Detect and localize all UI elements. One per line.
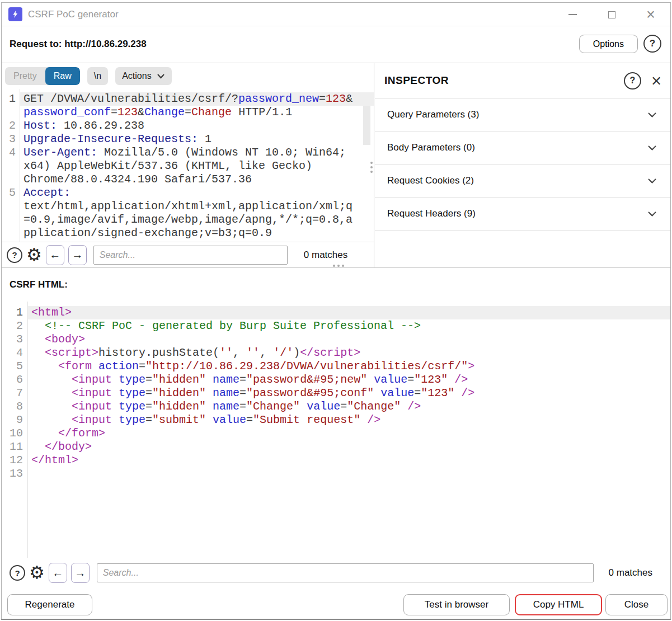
line-number: 8 [2, 400, 27, 413]
code-text: <!-- CSRF PoC - generated by Burp Suite … [27, 319, 670, 333]
request-to-label: Request to: http://10.86.29.238 [10, 39, 147, 50]
search-settings-gear-icon[interactable]: ⚙ [29, 565, 45, 581]
search-help-icon[interactable]: ? [7, 247, 22, 263]
line-number: 3 [2, 333, 27, 346]
code-row: text/html,application/xhtml+xml,applicat… [2, 200, 374, 213]
code-row: password_conf=123&Change=Change HTTP/1.1 [2, 106, 374, 119]
code-row: 12</html> [2, 454, 670, 467]
code-text: Host: 10.86.29.238 [20, 119, 374, 133]
maximize-button[interactable] [592, 3, 631, 26]
minimize-button[interactable] [553, 3, 592, 26]
inspector-section-request-cookies[interactable]: Request Cookies (2) [375, 164, 670, 197]
line-number: 10 [2, 427, 27, 440]
line-number [2, 213, 20, 227]
csrf-html-label: CSRF HTML: [10, 268, 68, 302]
code-row: 10 </form> [2, 427, 670, 440]
code-row: 2Host: 10.86.29.238 [2, 119, 374, 133]
burp-lightning-icon [8, 7, 22, 21]
code-row: 9 <input type="submit" value="Submit req… [2, 413, 670, 427]
csrf-poc-generator-dialog: CSRF PoC generator × Request to: http://… [1, 2, 671, 620]
code-text: Upgrade-Insecure-Requests: 1 [20, 133, 374, 146]
request-search-input[interactable] [93, 246, 288, 265]
vertical-splitter-handle[interactable] [370, 162, 373, 173]
test-in-browser-button[interactable]: Test in browser [403, 594, 510, 615]
tab-raw[interactable]: Raw [45, 67, 80, 85]
code-text: <form action="http://10.86.29.238/DVWA/v… [27, 360, 670, 373]
request-editor-pane: Pretty Raw \n Actions 1GET /DVWA/vulnera… [2, 63, 374, 267]
code-row: x64) AppleWebKit/537.36 (KHTML, like Gec… [2, 159, 374, 173]
request-search-bar: ? ⚙ ← → 0 matches [2, 242, 374, 267]
code-row: 5 <form action="http://10.86.29.238/DVWA… [2, 360, 670, 373]
code-text: Chrome/88.0.4324.190 Safari/537.36 [20, 173, 374, 186]
line-number: 6 [2, 373, 27, 387]
code-text: </form> [27, 427, 670, 440]
search-next-button[interactable]: → [68, 245, 87, 265]
line-number: 13 [2, 467, 27, 481]
code-text: password_conf=123&Change=Change HTTP/1.1 [20, 106, 374, 119]
horizontal-splitter-handle[interactable] [333, 265, 344, 267]
pretty-raw-segment: Pretty Raw [5, 67, 80, 85]
csrf-html-code-editor[interactable]: 1<html>2 <!-- CSRF PoC - generated by Bu… [2, 302, 670, 558]
html-search-input[interactable] [97, 563, 594, 582]
inspector-title: INSPECTOR [384, 74, 449, 87]
inspector-close-icon[interactable]: × [651, 72, 661, 90]
window-controls: × [553, 3, 670, 26]
footer-bar: Regenerate Test in browser Copy HTML Clo… [2, 588, 670, 619]
section-label: Body Parameters (0) [387, 142, 475, 153]
line-number: 9 [2, 413, 27, 427]
inspector-section-request-headers[interactable]: Request Headers (9) [375, 197, 670, 230]
actions-dropdown-button[interactable]: Actions [115, 67, 171, 85]
options-button[interactable]: Options [579, 35, 638, 53]
actions-label: Actions [122, 71, 151, 81]
code-text: x64) AppleWebKit/537.36 (KHTML, like Gec… [20, 159, 374, 173]
request-editor-scrollbar[interactable] [363, 106, 370, 145]
line-number [2, 159, 20, 173]
code-text: User-Agent: Mozilla/5.0 (Windows NT 10.0… [20, 146, 374, 159]
code-row: 8 <input type="hidden" name="Change" val… [2, 400, 670, 413]
code-row: 4 <script>history.pushState('', '', '/')… [2, 346, 670, 360]
code-row: 1<html> [2, 306, 670, 319]
regenerate-button[interactable]: Regenerate [7, 594, 92, 615]
code-text: <input type="hidden" name="password&#95;… [27, 387, 670, 400]
inspector-icons: ? × [624, 72, 661, 90]
help-icon[interactable]: ? [643, 35, 661, 53]
search-prev-button[interactable]: ← [49, 563, 67, 583]
chevron-down-icon [157, 73, 165, 79]
line-number: 2 [2, 119, 20, 133]
close-button[interactable]: Close [605, 594, 668, 615]
section-label: Query Parameters (3) [387, 109, 479, 120]
inspector-section-query-parameters[interactable]: Query Parameters (3) [375, 98, 670, 131]
code-row: =0.9,image/avif,image/webp,image/apng,*/… [2, 213, 374, 227]
code-row: 11 </body> [2, 440, 670, 454]
line-number [2, 200, 20, 213]
close-icon: × [646, 7, 655, 22]
code-text: </html> [27, 454, 670, 467]
request-search-matches: 0 matches [304, 250, 347, 261]
line-number: 5 [2, 186, 20, 200]
search-help-icon[interactable]: ? [10, 565, 25, 581]
code-text: <input type="submit" value="Submit reque… [27, 413, 670, 427]
code-row: 6 <input type="hidden" name="password&#9… [2, 373, 670, 387]
code-row: Chrome/88.0.4324.190 Safari/537.36 [2, 173, 374, 186]
inspector-help-icon[interactable]: ? [624, 72, 641, 90]
code-text: <html> [27, 306, 670, 319]
chevron-down-icon [647, 145, 657, 151]
request-code-editor[interactable]: 1GET /DVWA/vulnerabilities/csrf/?passwor… [2, 89, 374, 242]
code-text: text/html,application/xhtml+xml,applicat… [20, 200, 374, 213]
close-window-button[interactable]: × [631, 3, 670, 26]
line-number: 4 [2, 346, 27, 360]
line-number: 11 [2, 440, 27, 454]
newline-toggle-button[interactable]: \n [87, 67, 108, 85]
line-number: 5 [2, 360, 27, 373]
inspector-panel: INSPECTOR ? × Query Parameters (3) Body … [375, 63, 670, 267]
inspector-section-body-parameters[interactable]: Body Parameters (0) [375, 131, 670, 164]
html-search-matches: 0 matches [609, 567, 652, 578]
code-text: </body> [27, 440, 670, 454]
search-settings-gear-icon[interactable]: ⚙ [26, 247, 42, 263]
search-next-button[interactable]: → [71, 563, 90, 583]
copy-html-button[interactable]: Copy HTML [515, 594, 602, 615]
search-prev-button[interactable]: ← [46, 245, 64, 265]
code-text: Accept: [20, 186, 374, 200]
line-number [2, 106, 20, 119]
tab-pretty[interactable]: Pretty [5, 67, 45, 85]
